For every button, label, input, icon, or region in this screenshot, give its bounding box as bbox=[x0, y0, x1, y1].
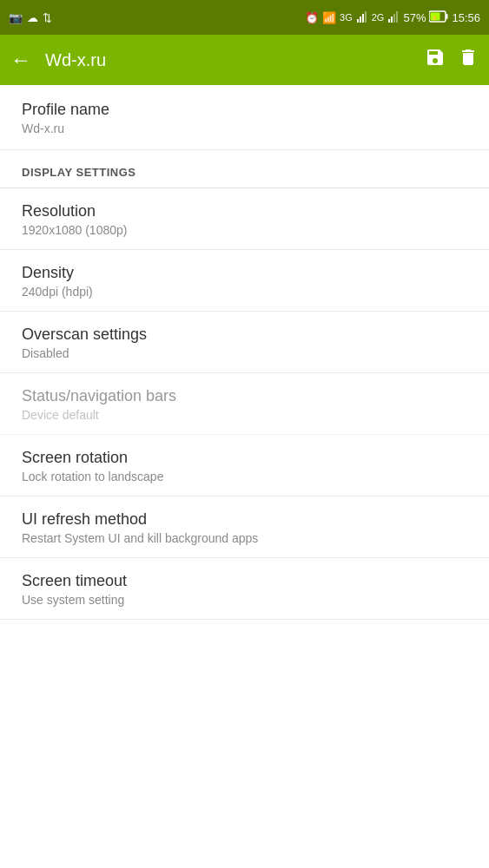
back-button[interactable]: ← bbox=[10, 48, 31, 72]
screen-timeout-title: Screen timeout bbox=[22, 572, 467, 590]
resolution-item[interactable]: Resolution 1920x1080 (1080p) bbox=[0, 188, 489, 250]
svg-rect-3 bbox=[365, 11, 367, 23]
status-nav-bars-subtitle: Device default bbox=[22, 408, 467, 422]
wifi-icon: 📶 bbox=[322, 11, 336, 24]
screen-timeout-item[interactable]: Screen timeout Use system setting bbox=[0, 558, 489, 620]
usb-icon: ⇅ bbox=[43, 11, 52, 24]
delete-button[interactable] bbox=[458, 47, 479, 73]
app-bar-actions bbox=[425, 47, 479, 73]
density-subtitle: 240dpi (hdpi) bbox=[22, 285, 467, 299]
network-3g-label: 3G bbox=[340, 12, 353, 23]
status-bar-right: ⏰ 📶 3G 2G 57% ⚡ bbox=[305, 10, 480, 25]
ui-refresh-item[interactable]: UI refresh method Restart System UI and … bbox=[0, 496, 489, 558]
network-2g-label: 2G bbox=[372, 12, 385, 23]
screen-timeout-subtitle: Use system setting bbox=[22, 593, 467, 607]
screen-rotation-item[interactable]: Screen rotation Lock rotation to landsca… bbox=[0, 435, 489, 496]
resolution-title: Resolution bbox=[22, 202, 467, 220]
status-bar: 📷 ☁ ⇅ ⏰ 📶 3G 2G 57% bbox=[0, 0, 489, 35]
density-title: Density bbox=[22, 264, 467, 282]
app-bar: ← Wd-x.ru bbox=[0, 35, 489, 85]
svg-rect-9 bbox=[446, 14, 448, 19]
profile-name-label: Profile name bbox=[22, 101, 467, 119]
svg-rect-1 bbox=[360, 16, 361, 23]
svg-rect-6 bbox=[393, 14, 395, 23]
density-item[interactable]: Density 240dpi (hdpi) bbox=[0, 250, 489, 312]
overscan-item[interactable]: Overscan settings Disabled bbox=[0, 312, 489, 373]
svg-rect-7 bbox=[396, 11, 398, 23]
screen-rotation-subtitle: Lock rotation to landscape bbox=[22, 470, 467, 483]
signal-bars-2 bbox=[387, 10, 400, 25]
overscan-title: Overscan settings bbox=[22, 326, 467, 344]
save-button[interactable] bbox=[425, 47, 446, 73]
photo-icon: 📷 bbox=[9, 11, 23, 24]
battery-icon: ⚡ bbox=[429, 10, 448, 25]
ui-refresh-title: UI refresh method bbox=[22, 510, 467, 529]
svg-rect-0 bbox=[357, 19, 359, 23]
svg-text:⚡: ⚡ bbox=[431, 14, 439, 22]
svg-rect-2 bbox=[362, 14, 364, 23]
status-nav-bars-title: Status/navigation bars bbox=[22, 387, 467, 405]
time-display: 15:56 bbox=[452, 11, 480, 24]
cloud-icon: ☁ bbox=[27, 11, 38, 24]
screen-rotation-title: Screen rotation bbox=[22, 449, 467, 467]
profile-name-item[interactable]: Profile name Wd-x.ru bbox=[0, 85, 489, 150]
content: Profile name Wd-x.ru DISPLAY SETTINGS Re… bbox=[0, 85, 489, 620]
battery-percent: 57% bbox=[403, 11, 426, 24]
status-bar-left: 📷 ☁ ⇅ bbox=[9, 11, 52, 24]
app-bar-title: Wd-x.ru bbox=[45, 50, 425, 70]
svg-rect-5 bbox=[391, 16, 393, 23]
ui-refresh-subtitle: Restart System UI and kill background ap… bbox=[22, 531, 467, 545]
status-nav-bars-item: Status/navigation bars Device default bbox=[0, 373, 489, 435]
overscan-subtitle: Disabled bbox=[22, 346, 467, 360]
profile-name-value: Wd-x.ru bbox=[22, 122, 467, 135]
alarm-icon: ⏰ bbox=[305, 11, 319, 24]
display-settings-header: DISPLAY SETTINGS bbox=[0, 150, 489, 188]
signal-bars-1 bbox=[356, 10, 368, 25]
resolution-subtitle: 1920x1080 (1080p) bbox=[22, 223, 467, 237]
svg-rect-4 bbox=[388, 19, 390, 23]
